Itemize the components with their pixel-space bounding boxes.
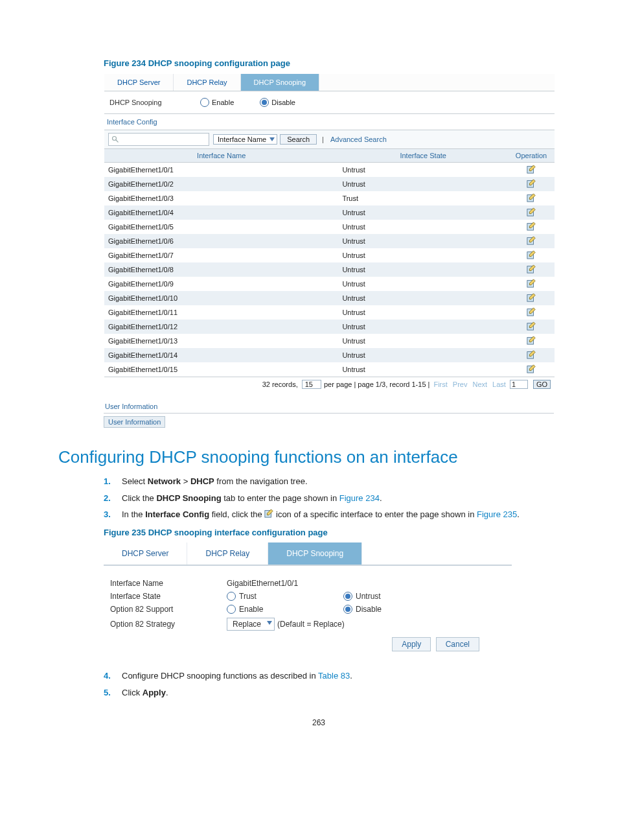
per-page-text: per page | page 1/3, record 1-15 | <box>324 380 430 388</box>
opt82-enable-option[interactable]: Enable <box>227 605 343 614</box>
table-row: GigabitEthernet1/0/3Trust <box>104 191 555 205</box>
edit-icon[interactable] <box>527 236 536 245</box>
option82-support-label: Option 82 Support <box>110 605 227 614</box>
cell-interface-name: GigabitEthernet1/0/14 <box>104 348 338 362</box>
cell-interface-name: GigabitEthernet1/0/11 <box>104 305 338 320</box>
cell-interface-name: GigabitEthernet1/0/2 <box>104 177 338 191</box>
edit-icon[interactable] <box>527 250 536 259</box>
edit-icon[interactable] <box>527 293 536 302</box>
cell-interface-state: Untrust <box>338 320 508 334</box>
step-1: Select Network > DHCP from the navigatio… <box>104 475 573 488</box>
table-row: GigabitEthernet1/0/14Untrust <box>104 348 555 362</box>
trust-option[interactable]: Trust <box>227 592 343 601</box>
radio-selected-icon <box>260 98 269 107</box>
edit-icon[interactable] <box>527 279 536 288</box>
cell-interface-name: GigabitEthernet1/0/1 <box>104 163 338 178</box>
edit-icon[interactable] <box>527 193 536 202</box>
page-number-input[interactable]: 1 <box>510 380 528 389</box>
per-page-dropdown[interactable]: 15 <box>302 380 321 389</box>
tab-dhcp-server[interactable]: DHCP Server <box>104 74 174 91</box>
radio-unselected-icon <box>200 98 209 107</box>
edit-icon[interactable] <box>527 307 536 316</box>
table-row: GigabitEthernet1/0/12Untrust <box>104 320 555 334</box>
svg-line-1 <box>116 140 119 143</box>
table-83-link[interactable]: Table 83 <box>318 671 350 681</box>
cell-interface-name: GigabitEthernet1/0/6 <box>104 234 338 248</box>
apply-button[interactable]: Apply <box>392 637 431 651</box>
tab2-dhcp-snooping[interactable]: DHCP Snooping <box>268 542 362 565</box>
edit-icon[interactable] <box>527 350 536 359</box>
tab2-dhcp-relay[interactable]: DHCP Relay <box>187 542 268 565</box>
interface-config-header: Interface Config <box>104 114 555 130</box>
figure-235-link[interactable]: Figure 235 <box>477 509 517 519</box>
cancel-button[interactable]: Cancel <box>436 637 479 651</box>
option82-strategy-hint: (Default = Replace) <box>277 620 345 629</box>
edit-icon[interactable] <box>527 321 536 331</box>
edit-icon[interactable] <box>527 336 536 345</box>
table-row: GigabitEthernet1/0/9Untrust <box>104 277 555 291</box>
advanced-search-link[interactable]: Advanced Search <box>330 135 387 143</box>
pager-go-button[interactable]: GO <box>533 380 551 389</box>
cell-interface-name: GigabitEthernet1/0/8 <box>104 262 338 277</box>
user-info-button[interactable]: User Information <box>104 416 165 428</box>
tab-bar-2: DHCP Server DHCP Relay DHCP Snooping <box>104 542 512 566</box>
cell-interface-name: GigabitEthernet1/0/12 <box>104 320 338 334</box>
figure-234-link[interactable]: Figure 234 <box>339 493 380 503</box>
search-bar: Interface Name Search | Advanced Search <box>104 130 555 149</box>
cell-interface-name: GigabitEthernet1/0/10 <box>104 291 338 305</box>
dhcp-snooping-config-screenshot: DHCP Server DHCP Relay DHCP Snooping DHC… <box>104 73 555 392</box>
steps-list: Select Network > DHCP from the navigatio… <box>104 475 573 521</box>
table-row: GigabitEthernet1/0/11Untrust <box>104 305 555 320</box>
edit-icon[interactable] <box>527 222 536 231</box>
pager: 32 records, 15 per page | page 1/3, reco… <box>104 377 555 391</box>
pager-next[interactable]: Next <box>472 380 487 388</box>
edit-icon[interactable] <box>527 264 536 274</box>
tab2-dhcp-server[interactable]: DHCP Server <box>104 542 187 565</box>
tab-dhcp-snooping[interactable]: DHCP Snooping <box>241 74 320 91</box>
cell-interface-name: GigabitEthernet1/0/5 <box>104 220 338 234</box>
records-count: 32 records, <box>262 380 298 388</box>
edit-icon[interactable] <box>527 165 536 174</box>
snooping-label: DHCP Snooping <box>109 99 200 106</box>
col-interface-name[interactable]: Interface Name <box>104 149 338 163</box>
cell-interface-state: Untrust <box>338 248 508 262</box>
interface-name-label: Interface Name <box>110 579 227 588</box>
edit-icon[interactable] <box>527 179 536 188</box>
pager-prev[interactable]: Prev <box>453 380 468 388</box>
svg-point-0 <box>113 137 117 141</box>
tab-dhcp-relay[interactable]: DHCP Relay <box>174 74 240 91</box>
table-row: GigabitEthernet1/0/10Untrust <box>104 291 555 305</box>
option82-strategy-dropdown[interactable]: Replace <box>227 618 275 631</box>
cell-interface-state: Untrust <box>338 348 508 362</box>
search-criteria-dropdown[interactable]: Interface Name <box>213 134 277 145</box>
cell-interface-state: Untrust <box>338 177 508 191</box>
opt82-disable-option[interactable]: Disable <box>343 605 382 614</box>
step-3: In the Interface Config field, click the… <box>104 508 573 521</box>
figure-234-caption: Figure 234 DHCP snooping configuration p… <box>104 58 573 68</box>
pager-first[interactable]: First <box>433 380 447 388</box>
search-input[interactable] <box>108 133 209 146</box>
col-interface-state[interactable]: Interface State <box>338 149 508 163</box>
cell-interface-state: Trust <box>338 191 508 205</box>
cell-interface-name: GigabitEthernet1/0/15 <box>104 362 338 377</box>
section-heading: Configuring DHCP snooping functions on a… <box>58 447 573 467</box>
pager-last[interactable]: Last <box>492 380 506 388</box>
radio-selected-icon <box>343 605 352 614</box>
interface-table: Interface Name Interface State Operation… <box>104 149 555 377</box>
cell-interface-name: GigabitEthernet1/0/7 <box>104 248 338 262</box>
table-row: GigabitEthernet1/0/1Untrust <box>104 163 555 178</box>
snooping-enable-option[interactable]: Enable <box>200 98 234 107</box>
search-button[interactable]: Search <box>280 134 317 145</box>
cell-interface-name: GigabitEthernet1/0/9 <box>104 277 338 291</box>
cell-interface-name: GigabitEthernet1/0/3 <box>104 191 338 205</box>
table-row: GigabitEthernet1/0/5Untrust <box>104 220 555 234</box>
tab-bar: DHCP Server DHCP Relay DHCP Snooping <box>104 74 555 91</box>
untrust-option[interactable]: Untrust <box>343 592 381 601</box>
radio-selected-icon <box>343 592 352 601</box>
steps-list-cont: Configure DHCP snooping functions as des… <box>104 670 573 699</box>
table-row: GigabitEthernet1/0/2Untrust <box>104 177 555 191</box>
edit-icon[interactable] <box>527 207 536 216</box>
snooping-disable-option[interactable]: Disable <box>260 98 295 107</box>
edit-icon[interactable] <box>527 364 536 373</box>
step-4: Configure DHCP snooping functions as des… <box>104 670 573 682</box>
